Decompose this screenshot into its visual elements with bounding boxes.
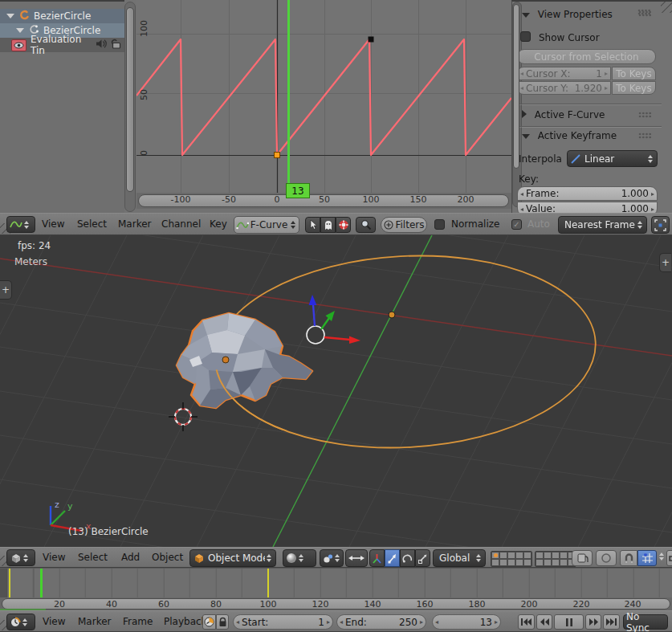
cursor-y-to-keys-button[interactable]: To Keys	[612, 81, 656, 95]
snap-target-button[interactable]	[651, 216, 670, 234]
current-frame-field[interactable]: ◂ 13 ▸	[432, 614, 501, 630]
scrollbar-thumb[interactable]	[126, 7, 134, 192]
toolshelf-expand-tab[interactable]: +	[0, 280, 12, 300]
menu-marker[interactable]: Marker	[118, 214, 151, 234]
layer-cell[interactable]	[507, 559, 515, 566]
show-cursor-checkbox[interactable]	[520, 31, 531, 42]
eye-icon[interactable]	[11, 39, 26, 51]
editor-type-dropdown[interactable]	[6, 614, 35, 630]
fcurve-sawtooth[interactable]	[136, 39, 511, 155]
layer-cell[interactable]	[523, 552, 531, 559]
ghost-curves-button[interactable]	[320, 217, 336, 233]
transform-manipulator[interactable]	[307, 295, 360, 344]
unlock-icon[interactable]	[109, 39, 121, 51]
graph-curve-view[interactable]: 100 50 0	[136, 0, 511, 193]
layer-cell[interactable]	[523, 559, 531, 566]
frame-field[interactable]: ◂ Frame: 1.000 ▸	[517, 186, 658, 201]
layer-cell[interactable]	[515, 559, 523, 566]
previous-keyframe-button[interactable]	[536, 614, 552, 630]
keyframe[interactable]	[369, 37, 374, 43]
panel-collapse-icon[interactable]	[522, 134, 530, 139]
increment-arrow-icon[interactable]: ▸	[324, 618, 332, 626]
selected-keyframe[interactable]	[275, 153, 280, 158]
next-keyframe-button[interactable]	[585, 614, 601, 630]
sync-mode-dropdown[interactable]: No Sync	[623, 614, 668, 630]
cursor-3d[interactable]	[169, 402, 198, 431]
auto-normalize-checkbox[interactable]: ✓	[511, 219, 522, 230]
menu-key[interactable]: Key	[210, 214, 227, 234]
timeline-playhead[interactable]	[40, 569, 43, 597]
sidebar-expand-tab[interactable]: +	[659, 253, 671, 272]
menu-select[interactable]: Select	[77, 214, 107, 234]
panel-header-active-fcurve[interactable]: Active F-Curve	[522, 109, 605, 120]
panel-collapse-icon[interactable]	[522, 110, 527, 118]
timeline-scrollbar[interactable]: 20 40 60 80 100 120 140 160 180 200 220 …	[0, 597, 672, 610]
layer-cell[interactable]	[552, 552, 560, 559]
snap-toggle-button[interactable]	[620, 550, 637, 566]
normalize-helper-button[interactable]	[336, 217, 351, 233]
decrement-arrow-icon[interactable]: ◂	[518, 206, 526, 213]
jump-to-end-button[interactable]	[603, 614, 620, 630]
pivot-center-dropdown[interactable]	[320, 549, 344, 567]
increment-arrow-icon[interactable]: ▸	[492, 618, 500, 626]
zoom-tool-button[interactable]	[356, 217, 376, 233]
menu-channel[interactable]: Channel	[161, 214, 201, 234]
timeline-frames-band[interactable]	[0, 568, 672, 597]
layer-cell[interactable]	[560, 559, 568, 566]
menu-playback[interactable]: Playback	[164, 611, 207, 631]
increment-arrow-icon[interactable]: ▸	[417, 618, 426, 626]
translate-manipulator-button[interactable]	[385, 549, 400, 567]
dropdown-stepper[interactable]	[21, 618, 29, 626]
channel-row-evaluation-time[interactable]: Evaluation Tin	[0, 38, 124, 52]
layer-cell[interactable]	[544, 559, 552, 566]
viewport-3d[interactable]: z y x fps: 24 Meters (13) BezierCircle +…	[0, 235, 672, 547]
dropdown-stepper[interactable]	[474, 554, 483, 562]
increment-arrow-icon[interactable]: ▸	[602, 84, 610, 92]
layer-cell[interactable]	[536, 559, 544, 566]
panel-header-view-properties[interactable]: View Properties	[522, 9, 613, 20]
panel-header-active-keyframe[interactable]: Active Keyframe	[522, 130, 617, 141]
dropdown-stepper[interactable]	[646, 155, 654, 163]
graph-horizontal-scrollbar[interactable]: -100 -50 0 50 100 150 200	[136, 193, 511, 209]
playhead-line[interactable]	[287, 0, 290, 183]
end-frame-field[interactable]: ◂ End: 250 ▸	[336, 614, 426, 630]
increment-arrow-icon[interactable]: ▸	[649, 190, 657, 198]
panel-grip-icon[interactable]	[638, 133, 652, 139]
keying-lock-button[interactable]	[216, 614, 229, 630]
layer-cell[interactable]	[491, 559, 499, 566]
editor-type-dropdown[interactable]	[6, 216, 35, 233]
interaction-mode-dropdown[interactable]: Object Mode	[189, 549, 276, 567]
dropdown-stepper[interactable]	[636, 221, 644, 229]
layer-cell[interactable]	[536, 552, 544, 559]
z-arrow-icon[interactable]	[309, 295, 317, 305]
scrollbar-thumb[interactable]	[2, 598, 670, 610]
transform-orientation-dropdown[interactable]: Global	[433, 549, 486, 567]
editor-type-dropdown[interactable]	[6, 549, 35, 566]
dropdown-stepper[interactable]	[22, 221, 31, 229]
jump-to-start-button[interactable]	[518, 614, 535, 630]
start-frame-field[interactable]: ◂ Start: 1 ▸	[233, 614, 333, 630]
layers-grid-right[interactable]	[535, 551, 576, 567]
decrement-arrow-icon[interactable]: ◂	[518, 190, 526, 198]
decrement-arrow-icon[interactable]: ◂	[337, 618, 345, 626]
value-field[interactable]: ◂ Value: 1.000 ▸	[517, 202, 658, 213]
increment-arrow-icon[interactable]: ▸	[649, 206, 657, 213]
snap-element-button[interactable]	[637, 550, 657, 566]
layer-cell-active[interactable]	[491, 552, 499, 559]
speaker-icon[interactable]	[96, 39, 107, 51]
layer-cell[interactable]	[499, 559, 507, 566]
channel-row-bezier-circle-object[interactable]: BezierCircle	[0, 9, 124, 23]
turtle-mesh[interactable]	[177, 313, 312, 408]
menu-view[interactable]: View	[43, 548, 65, 567]
cursor-y-field[interactable]: ◂ Cursor Y: 1.920 ▸	[517, 81, 611, 95]
cursor-x-to-keys-button[interactable]: To Keys	[612, 67, 656, 80]
interpolation-dropdown[interactable]: Linear	[567, 150, 658, 167]
decrement-arrow-icon[interactable]: ◂	[433, 618, 441, 626]
menu-add[interactable]: Add	[121, 548, 140, 567]
expand-triangle-icon[interactable]	[6, 14, 14, 18]
dropdown-stepper[interactable]	[333, 554, 340, 562]
menu-view[interactable]: View	[42, 214, 64, 234]
cursor-from-selection-button[interactable]: Cursor from Selection	[517, 49, 656, 64]
layer-cell[interactable]	[499, 552, 507, 559]
snap-stepper[interactable]	[658, 552, 666, 561]
